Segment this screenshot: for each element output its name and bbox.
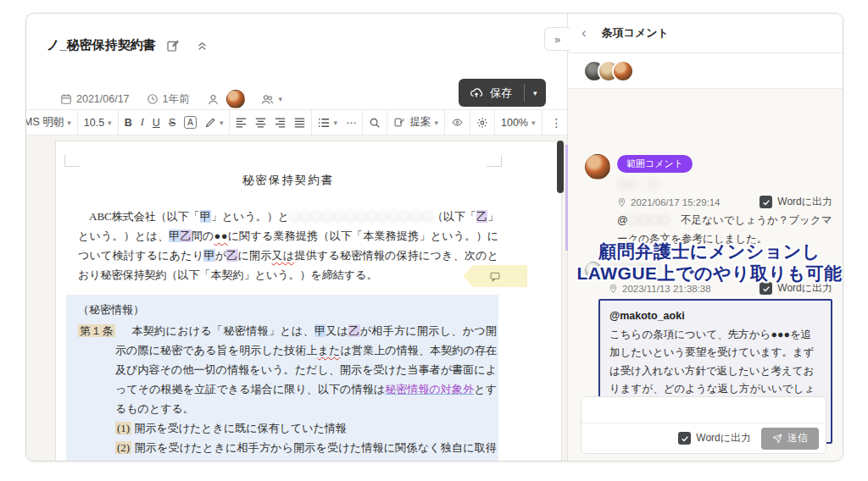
editor-pane: ノ_秘密保持契約書 2021/06/17 1年前 ▾ — [26, 14, 567, 462]
document-content: 秘密保持契約書 ABC株式会社（以下「甲」という。）と〇〇〇〇〇〇〇〇〇〇〇〇〇… — [78, 170, 498, 462]
mention-text[interactable]: @makoto_aoki — [609, 307, 821, 326]
calendar-icon — [60, 93, 72, 105]
collapse-header-icon[interactable] — [197, 40, 208, 51]
toolbar-overflow-button[interactable]: ⋮ — [542, 116, 568, 130]
clause-item-2[interactable]: (2) 開示を受けたときに相手方から開示を受けた情報に関係なく独自に取得し、また… — [78, 438, 497, 462]
members-dropdown[interactable]: ▾ — [260, 93, 283, 106]
app-window: ノ_秘密保持契約書 2021/06/17 1年前 ▾ — [25, 13, 843, 462]
underline-button[interactable]: U — [153, 117, 160, 129]
pen-icon — [205, 117, 216, 128]
person-icon — [207, 93, 220, 106]
chevron-down-icon: ▾ — [279, 95, 283, 103]
pin-icon — [617, 197, 626, 207]
last-modified[interactable]: 1年前 — [147, 92, 190, 107]
checkbox-checked-icon — [760, 196, 772, 208]
word-output-toggle[interactable]: Wordに出力 — [760, 281, 832, 296]
document-meta-row: 2021/06/17 1年前 ▾ — [60, 90, 282, 108]
commenter-avatar — [585, 262, 602, 279]
comment-text: @〇〇〇〇 不足ないでしょうか？ブックマークの条文を参考にしました。 — [617, 212, 834, 249]
settings-button[interactable] — [476, 117, 488, 129]
margin-mark-left — [64, 155, 80, 167]
save-options-button[interactable]: ▾ — [525, 79, 546, 107]
back-chevron-icon[interactable]: ‹ — [581, 25, 587, 41]
list-icon — [318, 118, 330, 128]
font-size-select[interactable]: 10.5▾ — [84, 117, 112, 129]
comment-timestamp: 2021/06/17 15:29:14 — [631, 197, 721, 207]
people-icon — [260, 93, 275, 106]
suggest-edit-icon — [393, 117, 406, 128]
comment-input[interactable] — [581, 397, 826, 423]
document-canvas: 秘密保持契約書 ABC株式会社（以下「甲」という。）と〇〇〇〇〇〇〇〇〇〇〇〇〇… — [26, 135, 567, 462]
edit-title-icon[interactable] — [166, 39, 180, 53]
document-page[interactable]: 秘密保持契約書 ABC株式会社（以下「甲」という。）と〇〇〇〇〇〇〇〇〇〇〇〇〇… — [55, 141, 562, 462]
composer-actions: Wordに出力 送信 — [581, 423, 826, 453]
comment-meta-row: 2023/11/13 21:38:38 Wordに出力 — [609, 281, 832, 296]
clause-comment-marker[interactable] — [463, 265, 527, 287]
clause-item-1[interactable]: (1) 開示を受けたときに既に保有していた情報 — [78, 418, 497, 438]
contract-title: 秘密保持契約書 — [78, 170, 498, 190]
owner-icon[interactable] — [207, 93, 220, 106]
word-output-toggle[interactable]: Wordに出力 — [760, 195, 832, 209]
speech-bubble-icon — [489, 271, 501, 282]
clause-caption: （秘密情報） — [78, 300, 497, 319]
clause-number: 第１条 — [78, 324, 115, 337]
collapse-panel-button[interactable]: » — [544, 27, 570, 51]
participants-row — [568, 53, 843, 89]
char-style-button[interactable]: A — [184, 116, 197, 129]
align-center-button[interactable] — [255, 118, 266, 128]
comments-panel-header: ‹ 条項コメント — [568, 14, 843, 53]
scrollbar-thumb[interactable] — [557, 141, 564, 193]
document-title: ノ_秘密保持契約書 — [47, 37, 156, 53]
align-right-button[interactable] — [275, 118, 286, 128]
document-title-row: ノ_秘密保持契約書 — [47, 37, 208, 53]
align-left-button[interactable] — [236, 118, 247, 128]
word-output-toggle[interactable]: Wordに出力 — [678, 431, 751, 445]
search-button[interactable] — [369, 117, 381, 129]
highlight-pen-button[interactable]: ▾ — [205, 117, 224, 128]
range-comment-badge: 範囲コメント — [617, 155, 693, 173]
bold-button[interactable]: B — [125, 117, 132, 129]
comments-panel-title: 条項コメント — [602, 25, 669, 41]
cloud-upload-icon — [469, 86, 484, 100]
selected-clause-block[interactable]: （秘密情報） 第１条 本契約における「秘密情報」とは、甲又は乙が相手方に開示し、… — [66, 295, 498, 462]
search-icon — [369, 117, 381, 129]
suggest-mode-button[interactable]: 提案 ▾ — [393, 115, 438, 130]
comment-timestamp: 2023/11/13 21:38:38 — [622, 284, 711, 294]
comment-composer: Wordに出力 送信 — [581, 396, 826, 454]
commenter-name-redacted: 〇〇〇〇〇 — [609, 262, 659, 276]
align-justify-button[interactable] — [294, 118, 305, 128]
italic-button[interactable]: I — [141, 116, 144, 129]
participant-avatar[interactable] — [612, 60, 634, 82]
save-split-button: 保存 ▾ — [459, 79, 546, 107]
gear-icon — [476, 117, 488, 129]
comment-meta-row: 2021/06/17 15:29:14 Wordに出力 — [617, 195, 832, 209]
paper-plane-icon — [772, 434, 782, 444]
contract-preamble[interactable]: ABC株式会社（以下「甲」という。）と〇〇〇〇〇〇〇〇〇〇〇〇〇（以下「乙」とい… — [78, 207, 498, 285]
checkbox-checked-icon — [760, 282, 772, 295]
save-button[interactable]: 保存 — [459, 79, 524, 107]
send-button[interactable]: 送信 — [761, 428, 819, 450]
clock-icon — [147, 93, 159, 105]
comment-range-indicator — [565, 145, 568, 251]
clause-1[interactable]: 第１条 本契約における「秘密情報」とは、甲又は乙が相手方に開示し、かつ開示の際に… — [78, 321, 497, 418]
format-toolbar: MS 明朝▾ 10.5▾ B I U S A ▾ — [26, 109, 567, 135]
list-style-button[interactable]: ▾ — [318, 118, 337, 128]
strikethrough-button[interactable]: S — [169, 117, 175, 129]
commenter-avatar — [585, 154, 610, 180]
more-formats-button[interactable]: ⋯ — [346, 116, 357, 129]
zoom-select[interactable]: 100%▾ — [501, 117, 536, 129]
margin-mark-right — [487, 155, 502, 167]
comments-panel: ‹ 条項コメント 範囲コメント 〇〇 〇 2021/06/17 15:29:14… — [567, 14, 843, 462]
eye-icon — [451, 117, 464, 128]
view-button[interactable] — [451, 117, 464, 128]
commenter-name-redacted: 〇〇 〇 — [617, 178, 658, 192]
checkbox-checked-icon — [678, 432, 691, 445]
pin-icon — [609, 284, 618, 294]
owner-avatar[interactable] — [226, 90, 245, 108]
font-family-select[interactable]: MS 明朝▾ — [26, 115, 71, 130]
document-date[interactable]: 2021/06/17 — [60, 93, 130, 105]
